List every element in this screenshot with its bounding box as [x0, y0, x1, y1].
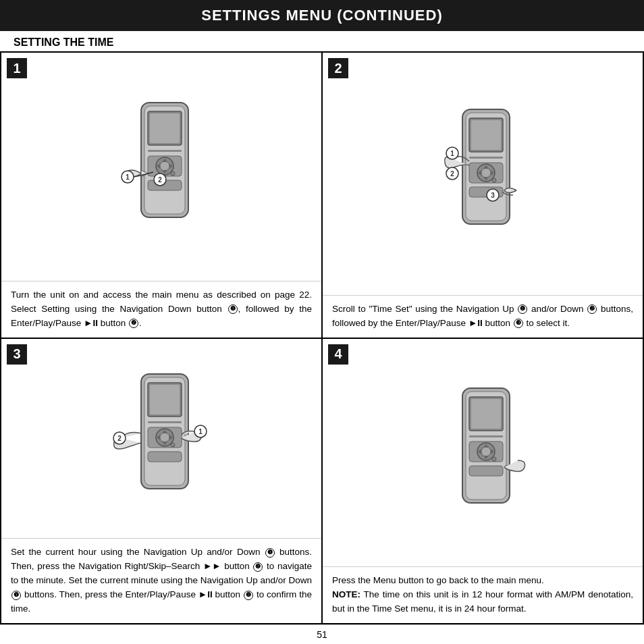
page-number: 51 [0, 624, 644, 644]
step-3-badge: 3 [7, 344, 27, 365]
svg-rect-70 [469, 466, 503, 476]
step-1-cell: 1 [1, 53, 323, 339]
svg-text:2: 2 [450, 170, 454, 178]
svg-rect-22 [471, 120, 501, 150]
svg-rect-4 [148, 150, 182, 152]
page-header: SETTINGS MENU (CONTINUED) [0, 0, 644, 31]
step-4-image: 4 [323, 339, 643, 567]
svg-point-26 [481, 168, 491, 178]
svg-rect-61 [469, 435, 503, 437]
step-4-badge: 4 [328, 344, 348, 365]
step-1-badge: 1 [7, 58, 27, 78]
svg-text:1: 1 [450, 150, 454, 157]
step-2-cell: 2 [323, 53, 644, 339]
svg-text:1: 1 [126, 173, 130, 181]
svg-rect-23 [469, 157, 503, 159]
header-title: SETTINGS MENU (CONTINUED) [201, 7, 442, 24]
steps-grid: 1 [0, 51, 644, 624]
svg-point-12 [171, 171, 175, 176]
step-3-image: 3 [1, 339, 321, 539]
step-3-cell: 3 [1, 339, 323, 625]
svg-rect-43 [148, 421, 182, 423]
step-1-device: 1 2 [107, 99, 215, 234]
svg-point-64 [481, 447, 491, 456]
step-2-badge: 2 [328, 58, 348, 78]
page: SETTINGS MENU (CONTINUED) SETTING THE TI… [0, 0, 644, 644]
step-1-image: 1 [1, 53, 321, 281]
svg-rect-3 [150, 113, 180, 143]
svg-point-51 [171, 443, 175, 447]
step-4-text: Press the Menu button to go back to the … [323, 566, 643, 623]
svg-text:2: 2 [117, 435, 122, 442]
step-2-image: 2 [323, 53, 643, 295]
svg-point-7 [160, 161, 169, 171]
svg-rect-52 [148, 452, 182, 462]
step-4-device [429, 385, 537, 520]
svg-point-69 [492, 457, 496, 461]
step-2-text: Scroll to "Time Set" using the Navigatio… [323, 295, 643, 338]
step-2-device: 1 2 3 [429, 106, 537, 241]
step-4-cell: 4 [323, 339, 644, 625]
step-3-device: 2 1 [107, 371, 215, 506]
step-1-text: Turn the unit on and access the main men… [1, 281, 321, 338]
svg-point-31 [492, 178, 496, 182]
svg-text:3: 3 [491, 192, 495, 199]
section-title: SETTING THE TIME [0, 31, 644, 51]
svg-rect-42 [150, 385, 180, 414]
svg-text:2: 2 [158, 176, 162, 184]
svg-rect-60 [471, 399, 501, 429]
svg-text:1: 1 [198, 428, 203, 435]
step-3-text: Set the current hour using the Navigatio… [1, 538, 321, 623]
svg-point-46 [160, 433, 169, 442]
